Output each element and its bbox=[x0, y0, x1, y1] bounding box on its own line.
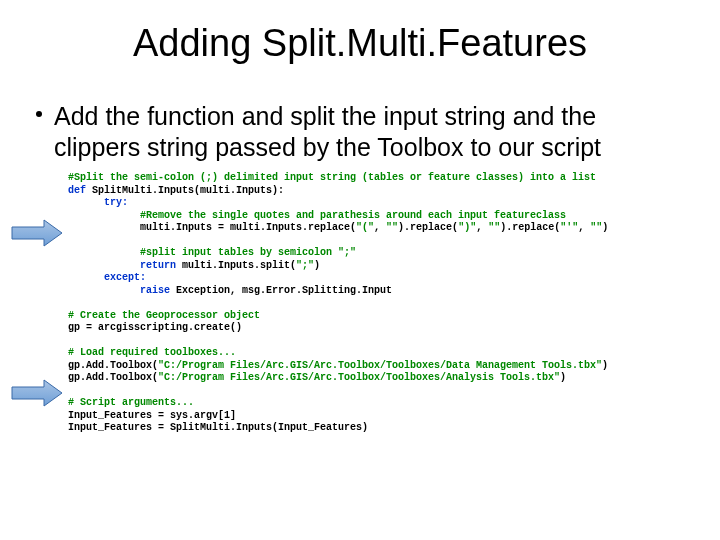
code-text: ) bbox=[602, 360, 608, 371]
code-keyword: def bbox=[68, 185, 86, 196]
code-keyword: return bbox=[140, 260, 176, 271]
bullet-block: Add the function and split the input str… bbox=[36, 101, 684, 162]
bullet-text: Add the function and split the input str… bbox=[54, 101, 684, 162]
code-comment: #Split the semi-colon (;) delimited inpu… bbox=[68, 172, 596, 183]
code-text: ) bbox=[560, 372, 566, 383]
code-comment: # Load required toolboxes... bbox=[68, 347, 236, 358]
slide-title: Adding Split.Multi.Features bbox=[0, 22, 720, 65]
code-keyword: raise bbox=[140, 285, 170, 296]
code-text: ).replace( bbox=[398, 222, 458, 233]
code-string: "" bbox=[386, 222, 398, 233]
code-string: "(" bbox=[356, 222, 374, 233]
code-keyword: except: bbox=[104, 272, 146, 283]
arrow-icon bbox=[10, 218, 64, 248]
code-comment: # Script arguments... bbox=[68, 397, 194, 408]
code-string: ")" bbox=[458, 222, 476, 233]
code-string: "'" bbox=[560, 222, 578, 233]
arrow-icon bbox=[10, 378, 64, 408]
code-text: ) bbox=[314, 260, 320, 271]
code-text: multi.Inputs.split( bbox=[176, 260, 296, 271]
code-text: gp.Add.Toolbox( bbox=[68, 372, 158, 383]
code-string: "" bbox=[488, 222, 500, 233]
code-text: multi.Inputs = multi.Inputs.replace( bbox=[140, 222, 356, 233]
code-block: #Split the semi-colon (;) delimited inpu… bbox=[68, 172, 690, 435]
code-funcname: SplitMulti.Inputs(multi.Inputs): bbox=[92, 185, 284, 196]
code-text: ) bbox=[602, 222, 608, 233]
code-comment: #Remove the single quotes and parathesis… bbox=[140, 210, 566, 221]
code-text: Input_Features = SplitMulti.Inputs(Input… bbox=[68, 422, 368, 433]
code-string: "C:/Program Files/Arc.GIS/Arc.Toolbox/To… bbox=[158, 360, 602, 371]
code-text: gp = arcgisscripting.create() bbox=[68, 322, 242, 333]
code-string: ";" bbox=[296, 260, 314, 271]
code-string: "" bbox=[590, 222, 602, 233]
bullet-dot bbox=[36, 111, 42, 117]
code-text: ).replace( bbox=[500, 222, 560, 233]
code-comment: #split input tables by semicolon ";" bbox=[140, 247, 356, 258]
code-keyword: try: bbox=[104, 197, 128, 208]
code-string: "C:/Program Files/Arc.GIS/Arc.Toolbox/To… bbox=[158, 372, 560, 383]
code-text: gp.Add.Toolbox( bbox=[68, 360, 158, 371]
code-text: Exception, msg.Error.Splitting.Input bbox=[170, 285, 392, 296]
bullet-item: Add the function and split the input str… bbox=[36, 101, 684, 162]
code-comment: # Create the Geoprocessor object bbox=[68, 310, 260, 321]
code-text: Input_Features = sys.argv[1] bbox=[68, 410, 236, 421]
